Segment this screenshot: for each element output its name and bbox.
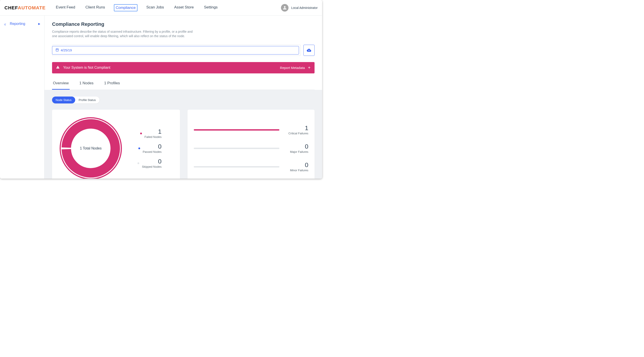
date-picker-button[interactable]: 4/25/19 [52, 46, 299, 54]
svg-point-1 [5, 24, 6, 24]
topnav-tabs: Event Feed Client Runs Compliance Scan J… [54, 4, 219, 11]
user-menu[interactable]: Local Administrator [281, 4, 318, 12]
main-content: Compliance Reporting Compliance reports … [44, 16, 322, 178]
legend-dot-failed [140, 132, 142, 134]
passed-nodes-count: 0 [143, 143, 162, 150]
skipped-nodes-label: Skipped Nodes [142, 165, 162, 168]
download-button[interactable] [304, 45, 314, 56]
passed-nodes-label: Passed Nodes [143, 150, 162, 154]
donut-legend: 1 Failed Nodes 0 Passed Nodes [138, 128, 162, 168]
bar-track-minor [194, 166, 280, 168]
pill-profile-status[interactable]: Profile Status [75, 96, 100, 104]
alert-message: Your System is Not Compliant [63, 66, 110, 70]
legend-dot-passed [138, 148, 140, 149]
critical-count: 1 [284, 124, 308, 132]
user-avatar-icon [281, 4, 288, 12]
bar-minor: 0 Minor Failures [194, 162, 308, 172]
svg-point-2 [5, 25, 6, 26]
node-donut-chart: 1 Total Nodes [58, 115, 124, 178]
brand-part2: AUTOMATE [18, 5, 46, 10]
nav-scan-jobs[interactable]: Scan Jobs [145, 4, 165, 11]
major-label: Major Failures [284, 150, 308, 154]
nav-settings[interactable]: Settings [203, 4, 219, 11]
failures-card: 1 Critical Failures 0 Major Failures [188, 110, 314, 178]
nav-event-feed[interactable]: Event Feed [54, 4, 76, 11]
bar-critical: 1 Critical Failures [194, 124, 308, 135]
report-metadata-toggle[interactable]: Report Metadata + [280, 65, 310, 70]
svg-point-0 [4, 24, 5, 25]
bar-fill-critical [194, 129, 280, 130]
nav-compliance[interactable]: Compliance [114, 4, 138, 11]
tab-overview[interactable]: Overview [52, 80, 70, 90]
legend-passed: 0 Passed Nodes [138, 143, 162, 154]
cloud-download-icon [307, 48, 311, 52]
nav-asset-store[interactable]: Asset Store [173, 4, 195, 11]
page-title: Compliance Reporting [52, 21, 314, 27]
date-value: 4/25/19 [61, 48, 72, 52]
legend-skipped: 0 Skipped Nodes [138, 158, 162, 168]
reporting-icon [4, 23, 6, 25]
failed-nodes-count: 1 [144, 128, 162, 135]
status-toggle: Node Status Profile Status [52, 96, 100, 104]
minor-count: 0 [284, 162, 308, 168]
tab-profiles[interactable]: 1 Profiles [103, 80, 121, 90]
page-description: Compliance reports describe the status o… [52, 29, 194, 38]
overview-panel: Node Status Profile Status 1 Total Nodes [44, 90, 322, 178]
pill-node-status[interactable]: Node Status [52, 96, 75, 104]
node-status-card: 1 Total Nodes 1 Failed Nodes [52, 110, 180, 178]
bar-track-critical [194, 129, 280, 130]
legend-dot-skipped [138, 162, 139, 164]
failed-nodes-label: Failed Nodes [144, 135, 162, 138]
filter-bar: 4/25/19 [52, 45, 314, 56]
brand-part1: CHEF [4, 5, 18, 10]
nav-client-runs[interactable]: Client Runs [84, 4, 106, 11]
top-nav: CHEFAUTOMATE Event Feed Client Runs Comp… [0, 0, 322, 16]
critical-label: Critical Failures [284, 132, 308, 135]
skipped-nodes-count: 0 [142, 158, 162, 165]
calendar-icon [56, 48, 59, 52]
minor-label: Minor Failures [284, 168, 308, 172]
bar-track-major [194, 148, 280, 149]
sidebar-item-label: Reporting [10, 22, 25, 26]
chevron-right-icon: ▶ [38, 22, 40, 25]
legend-failed: 1 Failed Nodes [140, 128, 162, 138]
warning-icon [56, 66, 60, 70]
metadata-label: Report Metadata [280, 66, 305, 70]
report-tabs: Overview 1 Nodes 1 Profiles [52, 80, 314, 90]
donut-center-label: 1 Total Nodes [58, 115, 124, 178]
bar-major: 0 Major Failures [194, 143, 308, 154]
compliance-alert: Your System is Not Compliant Report Meta… [52, 62, 314, 74]
major-count: 0 [284, 143, 308, 150]
sidebar: Reporting ▶ [0, 16, 44, 178]
plus-icon: + [308, 65, 310, 70]
tab-nodes[interactable]: 1 Nodes [78, 80, 94, 90]
brand-logo: CHEFAUTOMATE [4, 5, 46, 10]
user-name: Local Administrator [291, 6, 318, 10]
sidebar-item-reporting[interactable]: Reporting ▶ [0, 20, 44, 28]
